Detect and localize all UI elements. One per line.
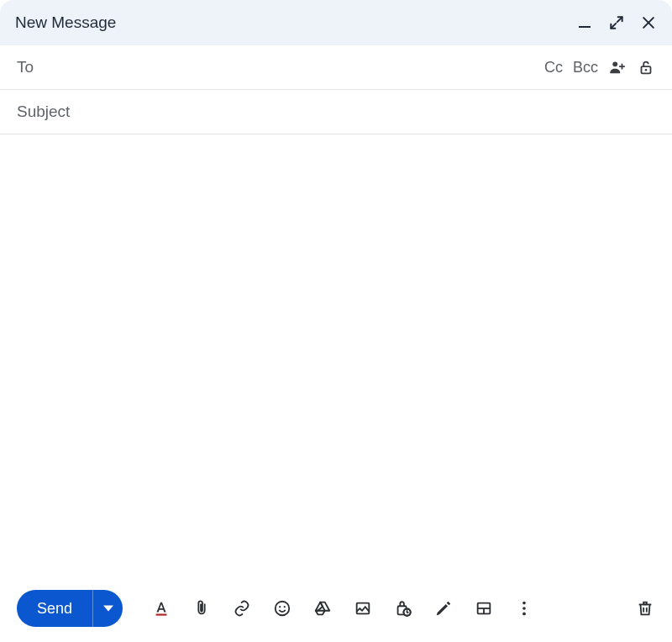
bcc-button[interactable]: Bcc: [573, 59, 598, 76]
image-button[interactable]: [353, 598, 373, 618]
compose-title: New Message: [15, 13, 116, 32]
fullscreen-button[interactable]: [608, 14, 625, 31]
contacts-picker-button[interactable]: [608, 58, 627, 76]
confidential-button[interactable]: [393, 598, 413, 618]
svg-point-0: [612, 61, 617, 66]
link-icon: [233, 599, 251, 618]
drive-button[interactable]: [312, 598, 333, 618]
svg-point-13: [522, 607, 526, 610]
more-vert-icon: [515, 599, 533, 618]
subject-row[interactable]: Subject: [0, 90, 672, 134]
layout-icon: [475, 599, 493, 618]
pen-icon: [434, 599, 453, 618]
compose-header: New Message: [0, 0, 672, 45]
emoji-button[interactable]: [272, 598, 292, 618]
send-button[interactable]: Send: [17, 590, 92, 627]
to-row[interactable]: To Cc Bcc: [0, 45, 672, 90]
person-add-icon: [608, 58, 627, 76]
encryption-button[interactable]: [637, 58, 655, 76]
svg-point-12: [522, 602, 526, 605]
svg-point-2: [645, 69, 648, 71]
drive-icon: [313, 599, 332, 618]
expand-icon: [608, 14, 625, 31]
header-actions: [576, 14, 657, 31]
discard-button[interactable]: [635, 598, 655, 618]
compose-fields: To Cc Bcc: [0, 45, 672, 134]
minimize-icon: [579, 26, 591, 28]
image-icon: [354, 599, 372, 618]
compose-toolbar: Send: [0, 581, 672, 642]
to-row-actions: Cc Bcc: [544, 58, 655, 76]
caret-down-icon: [103, 603, 113, 613]
emoji-icon: [273, 599, 291, 618]
send-group: Send: [17, 590, 123, 627]
more-options-button[interactable]: [514, 598, 534, 618]
send-options-button[interactable]: [92, 590, 123, 627]
attach-button[interactable]: [192, 598, 212, 618]
confidential-icon: [394, 599, 412, 618]
link-button[interactable]: [232, 598, 252, 618]
signature-button[interactable]: [433, 598, 454, 618]
close-button[interactable]: [640, 14, 657, 31]
svg-point-5: [279, 606, 281, 608]
subject-label: Subject: [17, 103, 70, 121]
svg-point-6: [284, 606, 286, 608]
cc-button[interactable]: Cc: [544, 59, 563, 76]
layout-button[interactable]: [474, 598, 494, 618]
message-body[interactable]: [0, 134, 672, 581]
formatting-tools: [151, 598, 534, 618]
lock-open-icon: [637, 58, 655, 76]
to-label: To: [17, 58, 34, 76]
text-format-icon: [152, 599, 171, 618]
paperclip-icon: [192, 599, 211, 618]
send-button-label: Send: [37, 600, 72, 618]
trash-icon: [636, 599, 654, 618]
svg-point-14: [522, 613, 526, 616]
svg-point-4: [276, 602, 290, 616]
minimize-button[interactable]: [576, 14, 593, 31]
formatting-button[interactable]: [151, 598, 171, 618]
svg-rect-3: [156, 613, 167, 615]
compose-window: New Message To Cc Bcc: [0, 0, 672, 642]
close-icon: [640, 14, 657, 31]
